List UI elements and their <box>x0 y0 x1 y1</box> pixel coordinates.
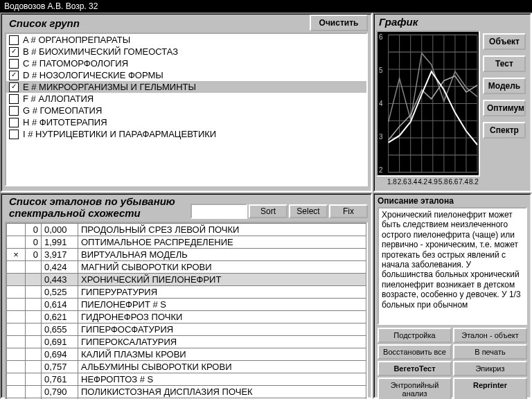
group-item[interactable]: I # НУТРИЦЕВТИКИ И ПАРАФАРМАЦЕВТИКИ <box>6 128 366 140</box>
select-button[interactable]: Select <box>289 204 328 218</box>
etalons-table[interactable]: 00,000ПРОДОЛЬНЫЙ СРЕЗ ЛЕВОЙ ПОЧКИ01,991О… <box>5 222 368 399</box>
checkbox-icon[interactable] <box>9 118 19 127</box>
оптимум-button[interactable]: Оптимум <box>483 100 526 116</box>
checkbox-icon[interactable] <box>9 59 19 69</box>
group-item[interactable]: A # ОРГАНОПРЕПАРАТЫ <box>6 34 366 46</box>
groups-list[interactable]: A # ОРГАНОПРЕПАРАТЫB # БИОХИМИЧЕСКИЙ ГОМ… <box>5 33 368 186</box>
checkbox-icon[interactable] <box>9 82 19 92</box>
checkbox-icon[interactable] <box>9 94 19 104</box>
sort-button[interactable]: Sort <box>249 204 287 218</box>
group-item-label: E # МИКРООРГАНИЗМЫ И ГЕЛЬМИНТЫ <box>23 82 196 92</box>
тест-button[interactable]: Тест <box>483 55 526 72</box>
table-row[interactable]: 0,614ПИЕЛОНЕФРИТ # S <box>7 299 366 311</box>
vegetotest-button[interactable]: ВегетоТест <box>378 361 452 376</box>
спектр-button[interactable]: Спектр <box>483 122 526 139</box>
fix-button[interactable]: Fix <box>329 204 368 218</box>
etalon-object-button[interactable]: Эталон - объект <box>453 328 527 343</box>
group-item[interactable]: G # ГОМЕОПАТИЯ <box>6 105 366 116</box>
entropy-button[interactable]: Энтропийный анализ <box>378 378 452 399</box>
checkbox-icon[interactable] <box>9 130 19 139</box>
group-item-label: A # ОРГАНОПРЕПАРАТЫ <box>23 35 130 45</box>
group-item[interactable]: H # ФИТОТЕРАПИЯ <box>6 116 366 128</box>
chart-x-axis: 1.82.63.44.24.95.86.67.48.2 <box>376 177 480 187</box>
table-row[interactable]: ×03,917ВИРТУАЛЬНАЯ МОДЕЛЬ <box>7 249 366 261</box>
description-header: Описание эталона <box>375 195 530 207</box>
window-title: Водовозов А.В. Возр. 32 <box>0 0 532 12</box>
checkbox-icon[interactable] <box>9 71 19 80</box>
checkbox-icon[interactable] <box>9 35 19 45</box>
groups-panel: Список групп Очистить A # ОРГАНОПРЕПАРАТ… <box>0 12 373 193</box>
chart-header: График <box>375 15 530 29</box>
group-item-label: D # НОЗОЛОГИЧЕСКИЕ ФОРМЫ <box>23 70 163 80</box>
table-row[interactable]: 0,443ХРОНИЧЕСКИЙ ПИЕЛОНЕФРИТ <box>7 274 366 286</box>
group-item[interactable]: D # НОЗОЛОГИЧЕСКИЕ ФОРМЫ <box>6 69 366 81</box>
table-row[interactable]: 0,694КАЛИЙ ПЛАЗМЫ КРОВИ <box>7 348 366 361</box>
table-row[interactable]: 0,621ГИДРОНЕФРОЗ ПОЧКИ <box>7 311 366 323</box>
chart-panel: График 65432 1.82.63.44.24.95.86.67.48.2… <box>373 12 532 193</box>
модель-button[interactable]: Модель <box>483 78 526 94</box>
table-row[interactable]: 0,655ГИПЕРФОСФАТУРИЯ <box>7 323 366 336</box>
chart-area: 65432 <box>376 30 480 177</box>
restore-all-button[interactable]: Восстановить все <box>378 344 452 360</box>
epicrisis-button[interactable]: Эпикриз <box>453 361 527 376</box>
table-row[interactable]: 0,691ГИПЕРОКСАЛАТУРИЯ <box>7 336 366 348</box>
description-panel: Описание эталона Хронический пиелонефрит… <box>373 193 532 399</box>
group-item[interactable]: F # АЛЛОПАТИЯ <box>6 93 366 105</box>
table-row[interactable]: 0,757АЛЬБУМИНЫ СЫВОРОТКИ КРОВИ <box>7 361 366 373</box>
group-item-label: C # ПАТОМОРФОЛОГИЯ <box>23 58 128 69</box>
checkbox-icon[interactable] <box>9 47 19 57</box>
объект-button[interactable]: Объект <box>483 33 526 50</box>
tune-button[interactable]: Подстройка <box>378 328 452 343</box>
reprinter-button[interactable]: Reprinter <box>453 378 527 399</box>
group-item[interactable]: E # МИКРООРГАНИЗМЫ И ГЕЛЬМИНТЫ <box>6 81 366 93</box>
group-item[interactable]: C # ПАТОМОРФОЛОГИЯ <box>6 57 366 69</box>
group-item-label: I # НУТРИЦЕВТИКИ И ПАРАФАРМАЦЕВТИКИ <box>23 129 216 139</box>
group-item-label: G # ГОМЕОПАТИЯ <box>23 105 102 116</box>
table-row[interactable]: 0,525ГИПЕРУРАТУРИЯ <box>7 286 366 299</box>
table-row[interactable]: 00,000ПРОДОЛЬНЫЙ СРЕЗ ЛЕВОЙ ПОЧКИ <box>7 224 366 236</box>
table-row[interactable]: 0,424МАГНИЙ СЫВОРОТКИ КРОВИ <box>7 261 366 274</box>
checkbox-icon[interactable] <box>9 106 19 116</box>
clear-button[interactable]: Очистить <box>310 15 368 31</box>
group-item[interactable]: B # БИОХИМИЧЕСКИЙ ГОМЕОСТАЗ <box>6 46 366 57</box>
description-text[interactable]: Хронический пиелонефрит может быть следс… <box>378 207 527 325</box>
table-row[interactable]: 0,761НЕФРОПТОЗ # S <box>7 373 366 386</box>
group-item-label: F # АЛЛОПАТИЯ <box>23 94 94 104</box>
group-item-label: B # БИОХИМИЧЕСКИЙ ГОМЕОСТАЗ <box>23 46 178 57</box>
etalons-panel: Список эталонов по убыванию спектральной… <box>0 193 373 399</box>
groups-header: Список групп <box>5 16 84 30</box>
print-button[interactable]: В печать <box>453 344 527 360</box>
group-item-label: H # ФИТОТЕРАПИЯ <box>23 117 107 127</box>
etalons-header: Список эталонов по убыванию спектральной… <box>5 195 190 220</box>
etalons-filter-input[interactable] <box>190 204 247 219</box>
table-row[interactable]: 01,991ОПТИМАЛЬНОЕ РАСПРЕДЕЛЕНИЕ <box>7 236 366 249</box>
table-row[interactable]: 0,790ПОЛИКИСТОЗНАЯ ДИСПЛАЗИЯ ПОЧЕК <box>7 386 366 398</box>
